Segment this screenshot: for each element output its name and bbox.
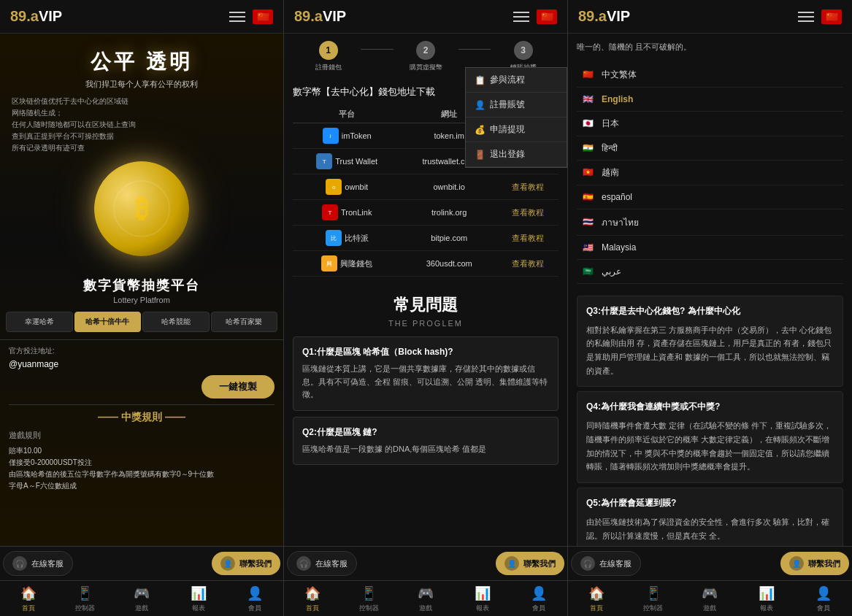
rules-title: —— 中獎規則 —— (9, 404, 275, 424)
nav-member[interactable]: 👤 會員 (226, 585, 283, 613)
nav3-member[interactable]: 👤 會員 (795, 585, 852, 613)
hero-title: 公平 透明 (12, 48, 272, 76)
nav2-game[interactable]: 🎮 遊戲 (397, 585, 454, 613)
member-icon: 👤 (247, 585, 263, 601)
wallet-url: bitpie.com (431, 234, 467, 242)
dropdown-register[interactable]: 👤 註冊賬號 (466, 93, 567, 118)
contact-label: 聯繫我們 (239, 558, 272, 569)
step2-label: 購買虛擬幣 (410, 63, 442, 72)
nav2-home[interactable]: 🏠 首頁 (284, 585, 341, 613)
home-icon3: 🏠 (588, 585, 605, 601)
nav3-report[interactable]: 📊 報表 (738, 585, 795, 613)
lang-name: ภาษาไทย (602, 215, 639, 229)
hamburger-menu[interactable] (229, 12, 245, 22)
nav-home-label: 首頁 (22, 604, 35, 613)
dropdown-logout[interactable]: 🚪 退出登錄 (466, 142, 567, 167)
wallet-name-cell: T TronLink (293, 200, 401, 226)
wallet-tutorial-cell[interactable]: 查看教程 (497, 174, 559, 200)
nav2-game-label: 遊戲 (419, 604, 432, 613)
flag-icon3[interactable]: 🇨🇳 (821, 9, 842, 24)
wallet-logo: 興 興隆錢包 (296, 255, 398, 272)
lang-flag: 🇬🇧 (580, 93, 596, 105)
nav-controller[interactable]: 📱 控制器 (57, 585, 114, 613)
nav-game[interactable]: 🎮 遊戲 (113, 585, 170, 613)
svg-text:₿: ₿ (135, 193, 148, 223)
lang-item[interactable]: 🇪🇸 español (577, 185, 843, 209)
dropdown-withdraw[interactable]: 💰 申請提現 (466, 118, 567, 142)
contact-button[interactable]: 👤 聯繫我們 (212, 552, 280, 575)
contact-button2[interactable]: 👤 聯繫我們 (496, 552, 564, 575)
panel1-main: 公平 透明 我们捍卫每个人享有公平的权利 区块链价值优托于去中心化的区域链 网络… (0, 34, 283, 546)
lang-name: 越南 (602, 166, 619, 179)
tab-hash-compete[interactable]: 哈希競能 (142, 312, 210, 332)
panel2-bottom-bar: 🎧 在線客服 👤 聯繫我們 (284, 546, 567, 580)
hero-section: 公平 透明 我们捍卫每个人享有公平的权利 区块链价值优托于去中心化的区域链 网络… (0, 34, 283, 271)
wallet-name: imToken (342, 131, 372, 140)
faq-answer: 區塊哈希值是一段數據 的DNA,每個區塊哈希 值都是 (302, 443, 549, 456)
wallet-url: trolink.org (431, 208, 467, 217)
controller-icon: 📱 (77, 585, 93, 601)
lang-flag: 🇸🇦 (580, 266, 596, 277)
wallet-name: 比特派 (345, 233, 369, 244)
tab-hash-baccarat[interactable]: 哈希百家樂 (211, 312, 278, 332)
copy-button[interactable]: 一鍵複製 (202, 375, 275, 399)
lang-flag: 🇹🇭 (580, 216, 596, 228)
lang-name: عربي (602, 266, 621, 277)
wallet-tutorial-cell[interactable]: 查看教程 (497, 251, 559, 277)
wallet-tutorial-cell[interactable]: 查看教程 (497, 200, 559, 226)
hero-subtitle: 我们捍卫每个人享有公平的权利 (12, 79, 272, 90)
contact-button3[interactable]: 👤 聯繫我們 (780, 552, 849, 575)
game-icon2: 🎮 (418, 585, 434, 601)
wallet-name: 興隆錢包 (340, 258, 372, 269)
faq3-answer: 由於區塊鏈技術為了保證資金的安全性，會進行多次 驗算，比對，確認。所以計算速度慢… (586, 515, 834, 542)
lang-item[interactable]: 🇯🇵 日本 (577, 112, 843, 136)
faq-item: Q1:什麼是區塊 哈希值（Block hash)? 區塊鏈從本質上講，它是一個共… (293, 336, 559, 411)
home-icon: 🏠 (20, 585, 37, 601)
wallet-row: 興 興隆錢包 360usdt.com 查看教程 (293, 251, 559, 277)
service-button3[interactable]: 🎧 在線客服 (571, 551, 641, 576)
dropdown-process[interactable]: 📋 參與流程 (466, 68, 567, 93)
service-button2[interactable]: 🎧 在線客服 (287, 551, 357, 576)
wallet-logo: i imToken (296, 128, 398, 144)
tab-lucky-hash[interactable]: 幸運哈希 (6, 312, 73, 332)
headset-icon2: 🎧 (296, 556, 311, 571)
nav3-home[interactable]: 🏠 首頁 (568, 585, 625, 613)
hamburger-menu2[interactable] (513, 12, 529, 22)
lang-item[interactable]: 🇨🇳 中文繁体 (577, 63, 843, 88)
service-label2: 在線客服 (315, 558, 348, 569)
tab-hash-bull[interactable]: 哈希十倍牛牛 (74, 312, 142, 332)
lang-item[interactable]: 🇻🇳 越南 (577, 161, 843, 185)
lang-item[interactable]: 🇲🇾 Malaysia (577, 236, 843, 260)
wallet-url: ownbit.io (433, 182, 464, 191)
nav3-game[interactable]: 🎮 遊戲 (682, 585, 739, 613)
panel-2: 89.aVIP 🇨🇳 1 註冊錢包 2 購買虛擬幣 3 轉賬抽獎 (284, 0, 568, 616)
lang-item[interactable]: 🇹🇭 ภาษาไทย (577, 209, 843, 236)
tutorial-link[interactable]: 查看教程 (512, 182, 544, 191)
tutorial-link[interactable]: 查看教程 (512, 259, 544, 268)
nav3-controller[interactable]: 📱 控制器 (625, 585, 682, 613)
tutorial-link[interactable]: 查看教程 (512, 208, 544, 217)
service-button[interactable]: 🎧 在線客服 (3, 551, 73, 576)
nav-report[interactable]: 📊 報表 (170, 585, 227, 613)
wallet-tutorial-cell[interactable]: 查看教程 (497, 226, 559, 251)
faq-items: Q1:什麼是區塊 哈希值（Block hash)? 區塊鏈從本質上講，它是一個共… (293, 336, 559, 465)
nav2-member[interactable]: 👤 會員 (510, 585, 567, 613)
dropdown-menu: 📋 參與流程 👤 註冊賬號 💰 申請提現 🚪 退出登錄 (465, 67, 567, 168)
flag-icon[interactable]: 🇨🇳 (253, 9, 273, 24)
hamburger-menu3[interactable] (798, 12, 814, 22)
nav2-controller[interactable]: 📱 控制器 (341, 585, 398, 613)
flag-icon2[interactable]: 🇨🇳 (537, 9, 557, 24)
nav2-report[interactable]: 📊 報表 (454, 585, 511, 613)
nav-home[interactable]: 🏠 首頁 (0, 585, 57, 613)
lang-item[interactable]: 🇸🇦 عربي (577, 260, 843, 284)
lang-item[interactable]: 🇬🇧 English (577, 88, 843, 112)
logo: 89.aVIP (10, 8, 62, 25)
faq3-answer: 相對於私鑰掌握在第三 方服務商手中的中（交易所），去中 心化錢包的私鑰則由用 存… (586, 323, 834, 378)
step-2[interactable]: 2 購買虛擬幣 (394, 41, 458, 72)
rules-section: —— 中獎規則 —— 遊戲規則 賠率10.00 僅接受0-20000USDT投注… (0, 399, 283, 498)
language-list: 🇨🇳 中文繁体 🇬🇧 English 🇯🇵 日本 🇮🇳 हिन्दी 🇻🇳 越南… (577, 63, 843, 284)
step-1[interactable]: 1 註冊錢包 (296, 41, 361, 72)
lang-item[interactable]: 🇮🇳 हिन्दी (577, 136, 843, 161)
nav2-controller-label: 控制器 (359, 604, 379, 613)
tutorial-link[interactable]: 查看教程 (512, 234, 544, 242)
